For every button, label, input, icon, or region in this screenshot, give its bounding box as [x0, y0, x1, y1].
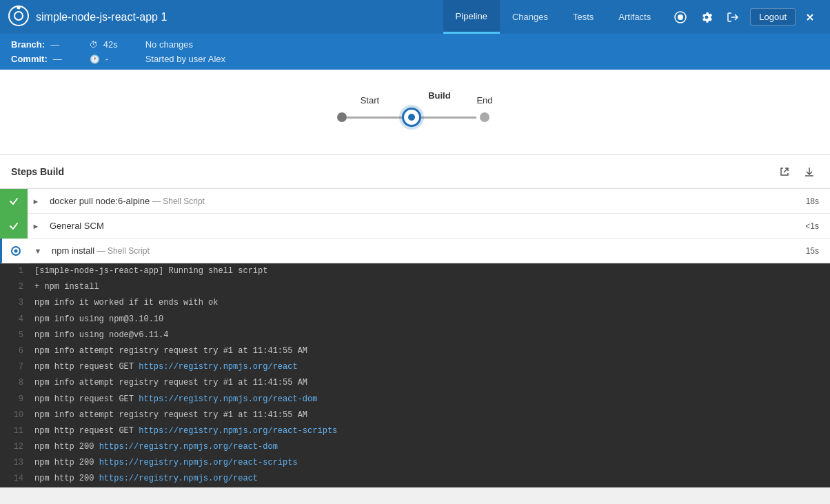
stage-start-label: Start: [361, 95, 379, 105]
log-link[interactable]: https://registry.npmjs.org/react: [139, 362, 297, 372]
log-line-number: 12: [0, 441, 34, 454]
log-line: 7npm http request GET https://registry.n…: [0, 359, 830, 375]
log-line-number: 6: [0, 345, 34, 358]
stage-end-label: End: [476, 95, 492, 105]
sub-header: Branch: — Commit: — ⏱ 42s 🕐 - No changes…: [0, 34, 830, 70]
log-line-number: 14: [0, 472, 34, 485]
logo: [8, 6, 29, 28]
download-icon[interactable]: [800, 162, 819, 181]
log-line-number: 10: [0, 409, 34, 422]
header: simple-node-js-react-app 1 Pipeline Chan…: [0, 0, 830, 34]
log-output: 1[simple-node-js-react-app] Running shel…: [0, 263, 830, 487]
duration-icon: ⏱: [90, 40, 98, 50]
status-info: No changes Started by user Alex: [145, 39, 225, 64]
record-icon[interactable]: [669, 6, 692, 29]
pipeline-stages: Start Build End: [337, 90, 492, 127]
time-icon: 🕐: [90, 54, 100, 64]
steps-section: Steps Build ► docker pull node:6-alpine: [0, 154, 830, 487]
close-icon[interactable]: [798, 6, 822, 29]
log-line-text: npm info using node@v6.11.4: [34, 329, 168, 342]
commit-value: —: [53, 54, 62, 64]
svg-point-4: [678, 14, 683, 20]
started-by-text: Started by user Alex: [145, 54, 225, 64]
step-expand-scm[interactable]: ►: [28, 214, 44, 239]
log-line-number: 7: [0, 361, 34, 374]
log-link[interactable]: https://registry.npmjs.org/react: [99, 474, 258, 483]
log-line-number: 2: [0, 281, 34, 294]
step-status-docker: [0, 189, 28, 214]
step-row-npm: ▼ npm install — Shell Script 15s: [0, 239, 830, 263]
connector-start-build: [347, 117, 402, 119]
commit-label: Commit:: [11, 54, 48, 64]
log-line-number: 3: [0, 296, 34, 310]
log-line-text: npm http request GET https://registry.np…: [34, 425, 337, 438]
no-changes-text: No changes: [145, 39, 193, 50]
log-line-text: + npm install: [34, 281, 99, 294]
log-line-number: 11: [0, 425, 34, 438]
log-line: 5npm info using node@v6.11.4: [0, 327, 830, 343]
tab-tests[interactable]: Tests: [560, 0, 606, 34]
step-status-scm: [0, 214, 28, 239]
log-line-text: npm info attempt registry request try #1…: [34, 409, 307, 422]
tab-changes[interactable]: Changes: [500, 0, 560, 34]
step-duration-scm: <1s: [794, 221, 830, 231]
log-line: 13npm http 200 https://registry.npmjs.or…: [0, 455, 830, 471]
log-link[interactable]: https://registry.npmjs.org/react-dom: [99, 442, 278, 452]
step-name-docker: docker pull node:6-alpine — Shell Script: [44, 196, 795, 206]
stage-end: End: [476, 95, 492, 122]
time-value: -: [105, 54, 108, 64]
log-line-text: npm info using npm@3.10.10: [34, 313, 163, 326]
log-line: 9npm http request GET https://registry.n…: [0, 392, 830, 407]
main-nav: Pipeline Changes Tests Artifacts: [443, 0, 664, 34]
svg-point-2: [17, 6, 21, 10]
steps-header: Steps Build: [0, 154, 830, 189]
log-line-number: 13: [0, 456, 34, 470]
log-line-number: 1: [0, 265, 34, 278]
log-line-text: npm info attempt registry request try #1…: [34, 345, 307, 358]
steps-header-actions: [775, 162, 819, 181]
log-line-text: npm http 200 https://registry.npmjs.org/…: [34, 472, 258, 485]
step-name-scm: General SCM: [44, 221, 794, 231]
stage-start-dot: [337, 112, 347, 122]
log-line: 6npm info attempt registry request try #…: [0, 343, 830, 359]
branch-commit-info: Branch: — Commit: —: [11, 39, 62, 64]
log-line: 12npm http 200 https://registry.npmjs.or…: [0, 439, 830, 455]
log-line-text: npm http 200 https://registry.npmjs.org/…: [34, 456, 298, 470]
steps-title: Steps Build: [11, 166, 64, 177]
log-line: 4npm info using npm@3.10.10: [0, 312, 830, 327]
stage-build: Build: [402, 90, 476, 127]
tab-pipeline[interactable]: Pipeline: [443, 0, 500, 34]
settings-icon[interactable]: [695, 6, 718, 29]
stage-build-dot: [402, 108, 421, 127]
log-line-text: npm http 200 https://registry.npmjs.org/…: [34, 441, 278, 454]
step-duration-docker: 18s: [795, 196, 830, 206]
duration-value: 42s: [103, 39, 118, 50]
step-duration-npm: 15s: [795, 246, 830, 256]
log-line-text: [simple-node-js-react-app] Running shell…: [34, 265, 267, 278]
time-info: ⏱ 42s 🕐 -: [90, 39, 118, 64]
open-external-icon[interactable]: [775, 162, 794, 181]
logout-button[interactable]: Logout: [750, 8, 796, 26]
branch-value: —: [50, 39, 59, 50]
signout-icon[interactable]: [721, 6, 745, 29]
step-row-docker: ► docker pull node:6-alpine — Shell Scri…: [0, 189, 830, 214]
log-link[interactable]: https://registry.npmjs.org/react-dom: [139, 394, 317, 404]
svg-point-1: [14, 12, 23, 20]
log-line: 3npm info it worked if it ends with ok: [0, 295, 830, 311]
log-link[interactable]: https://registry.npmjs.org/react-scripts: [99, 458, 298, 467]
log-line: 11npm http request GET https://registry.…: [0, 423, 830, 439]
step-expand-npm[interactable]: ▼: [30, 239, 46, 263]
log-link[interactable]: https://registry.npmjs.org/react-scripts: [139, 426, 337, 436]
log-line: 8npm info attempt registry request try #…: [0, 375, 830, 391]
tab-artifacts[interactable]: Artifacts: [606, 0, 663, 34]
log-line-text: npm http request GET https://registry.np…: [34, 393, 317, 406]
stage-build-label: Build: [428, 90, 451, 101]
log-line-number: 5: [0, 329, 34, 342]
log-line: 1[simple-node-js-react-app] Running shel…: [0, 263, 830, 279]
stage-start: Start: [337, 95, 402, 122]
log-line-number: 4: [0, 313, 34, 326]
svg-point-6: [14, 249, 18, 252]
stage-end-dot: [480, 112, 489, 122]
header-actions: Logout: [669, 6, 822, 29]
step-expand-docker[interactable]: ►: [28, 189, 44, 214]
